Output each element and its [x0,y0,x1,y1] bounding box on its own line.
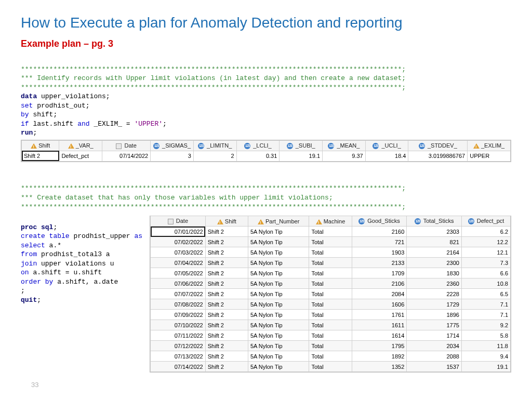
cell-machine: Total [309,268,352,278]
cell-shift: Shift 2 [205,341,248,351]
cell-shift: Shift 2 [205,237,248,247]
cell-defect: 19.1 [461,362,510,372]
cell-machine: Total [309,310,352,320]
cell-machine: Total [309,320,352,330]
cell-defect: 12.2 [461,237,510,247]
cell-part: 5A Nylon Tip [248,351,309,362]
table2-row: 07/05/2022Shift 25A Nylon TipTotal170918… [151,268,511,278]
cell-shift-selected[interactable]: Shift 2 [22,151,59,161]
cell-machine: Total [309,299,352,310]
cell-total: 1775 [407,320,462,330]
warn-icon [217,219,223,224]
numeric-icon [415,218,421,224]
numeric-icon [287,143,293,149]
warn-icon [316,219,322,224]
date-icon [116,143,122,149]
code-block-1: ****************************************… [21,56,511,138]
table1-row: Shift 2 Defect_pct 07/14/2022 3 2 0.31 1… [22,151,511,161]
cell-total: 2164 [407,247,462,258]
warn-icon [68,143,74,149]
cell-good: 2160 [352,227,407,237]
cell-defect: 11.8 [461,341,510,351]
cell-defect: 9.4 [461,351,510,362]
cell-shift: Shift 2 [205,247,248,258]
cell-good: 1611 [352,320,407,330]
cell-total: 1714 [407,330,462,341]
table2-row: 07/01/2022Shift 25A Nylon TipTotal216023… [151,227,511,237]
cell-machine: Total [309,237,352,247]
numeric-icon [328,143,334,149]
cell-date[interactable]: 07/01/2022 [151,227,206,237]
cell-shift: Shift 2 [205,320,248,330]
cell-defect: 6.2 [461,227,510,237]
cell-date: 07/08/2022 [151,299,206,310]
code-block-2: proc sql; create table prodhist_upper as… [21,214,142,304]
table2-row: 07/12/2022Shift 25A Nylon TipTotal179520… [151,341,511,351]
cell-good: 2133 [352,258,407,268]
cell-total: 1537 [407,362,462,372]
numeric-icon [373,143,379,149]
cell-part: 5A Nylon Tip [248,268,309,278]
code-block-2-header: ****************************************… [21,175,511,211]
cell-defect: 6.5 [461,289,510,299]
cell-date: 07/13/2022 [151,351,206,362]
cell-machine: Total [309,258,352,268]
cell-shift: Shift 2 [205,227,248,237]
cell-defect: 5.8 [461,330,510,341]
cell-shift: Shift 2 [205,330,248,341]
numeric-icon [468,218,474,224]
cell-date: 07/04/2022 [151,258,206,268]
cell-total: 1830 [407,268,462,278]
cell-machine: Total [309,330,352,341]
cell-shift: Shift 2 [205,351,248,362]
cell-shift: Shift 2 [205,258,248,268]
warn-icon [31,143,37,149]
cell-good: 721 [352,237,407,247]
cell-date: 07/11/2022 [151,330,206,341]
cell-date: 07/06/2022 [151,278,206,289]
cell-good: 1761 [352,310,407,320]
cell-part: 5A Nylon Tip [248,341,309,351]
cell-machine: Total [309,227,352,237]
cell-good: 1795 [352,341,407,351]
cell-part: 5A Nylon Tip [248,237,309,247]
numeric-icon [358,218,365,224]
table2-row: 07/02/2022Shift 25A Nylon TipTotal721821… [151,237,511,247]
cell-total: 2088 [407,351,462,362]
cell-date: 07/03/2022 [151,247,206,258]
table2-row: 07/09/2022Shift 25A Nylon TipTotal176118… [151,310,511,320]
cell-part: 5A Nylon Tip [248,278,309,289]
cell-date: 07/12/2022 [151,341,206,351]
cell-machine: Total [309,278,352,289]
table2-row: 07/13/2022Shift 25A Nylon TipTotal189220… [151,351,511,362]
cell-shift: Shift 2 [205,268,248,278]
table2-row: 07/06/2022Shift 25A Nylon TipTotal210623… [151,278,511,289]
cell-good: 2084 [352,289,407,299]
cell-good: 1614 [352,330,407,341]
page-title: How to Execute a plan for Anomaly Detect… [21,15,511,31]
cell-shift: Shift 2 [205,278,248,289]
warn-icon [258,219,264,224]
table2-row: 07/07/2022Shift 25A Nylon TipTotal208422… [151,289,511,299]
cell-total: 1729 [407,299,462,310]
table2-row: 07/10/2022Shift 25A Nylon TipTotal161117… [151,320,511,330]
cell-defect: 7.1 [461,310,510,320]
cell-defect: 7.1 [461,299,510,310]
cell-date: 07/05/2022 [151,268,206,278]
cell-good: 1352 [352,362,407,372]
cell-defect: 9.2 [461,320,510,330]
cell-date: 07/10/2022 [151,320,206,330]
cell-shift: Shift 2 [205,299,248,310]
numeric-icon [419,143,425,149]
cell-defect: 7.3 [461,258,510,268]
cell-shift: Shift 2 [205,289,248,299]
cell-total: 2360 [407,278,462,289]
cell-part: 5A Nylon Tip [248,299,309,310]
table2-row: 07/08/2022Shift 25A Nylon TipTotal160617… [151,299,511,310]
cell-machine: Total [309,247,352,258]
cell-machine: Total [309,351,352,362]
table2-row: 07/14/2022Shift 25A Nylon TipTotal135215… [151,362,511,372]
cell-defect: 10.8 [461,278,510,289]
cell-total: 1896 [407,310,462,320]
cell-defect: 12.1 [461,247,510,258]
